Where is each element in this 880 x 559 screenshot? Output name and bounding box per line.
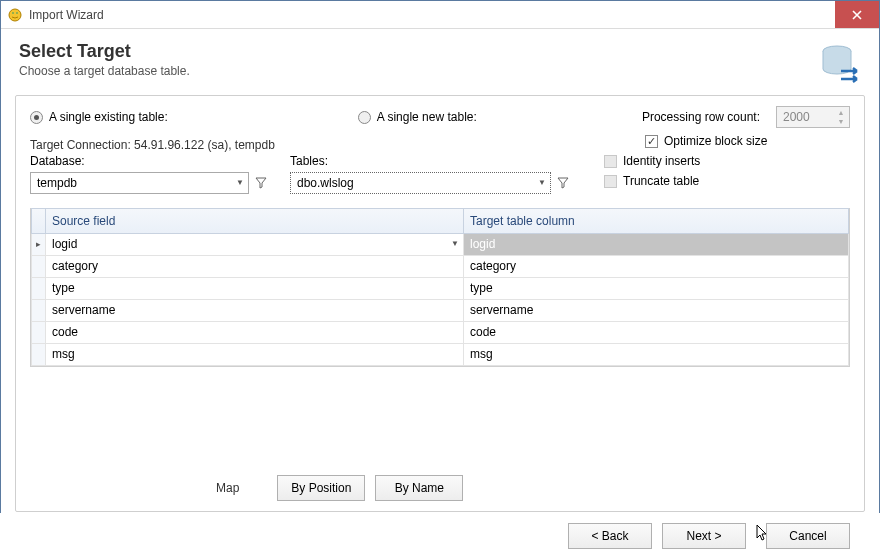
checkbox-icon: [604, 175, 617, 188]
database-combo[interactable]: [30, 172, 249, 194]
table-row[interactable]: categorycategory: [31, 256, 849, 278]
spin-down-icon[interactable]: ▼: [834, 117, 848, 126]
map-label: Map: [216, 481, 239, 495]
radio-icon: [30, 111, 43, 124]
radio-new-label: A single new table:: [377, 110, 477, 124]
filter-icon[interactable]: [252, 172, 270, 194]
table-row[interactable]: logid▼logid: [31, 234, 849, 256]
tables-combo[interactable]: [290, 172, 551, 194]
close-button[interactable]: [835, 1, 879, 28]
row-indicator: [32, 322, 46, 343]
target-column-cell[interactable]: servername: [464, 300, 848, 321]
wizard-header: Select Target Choose a target database t…: [1, 29, 879, 95]
filter-icon[interactable]: [554, 172, 572, 194]
processing-row-count-input[interactable]: 2000 ▲▼: [776, 106, 850, 128]
checkbox-icon: [645, 135, 658, 148]
svg-point-1: [12, 12, 14, 14]
source-field-cell[interactable]: servername: [46, 300, 464, 321]
row-indicator: [32, 344, 46, 365]
source-field-cell[interactable]: code: [46, 322, 464, 343]
target-column-cell[interactable]: msg: [464, 344, 848, 365]
radio-icon: [358, 111, 371, 124]
back-button[interactable]: < Back: [568, 523, 652, 549]
titlebar: Import Wizard: [1, 1, 879, 29]
options-panel: A single existing table: A single new ta…: [15, 95, 865, 512]
radio-new-table[interactable]: A single new table:: [358, 110, 477, 124]
truncate-table-label: Truncate table: [623, 174, 699, 188]
grid-header-target[interactable]: Target table column: [464, 209, 848, 233]
tables-label: Tables:: [290, 154, 572, 168]
app-icon: [7, 7, 23, 23]
page-title: Select Target: [19, 41, 817, 62]
database-label: Database:: [30, 154, 270, 168]
row-indicator: [32, 256, 46, 277]
table-row[interactable]: msgmsg: [31, 344, 849, 366]
target-column-cell[interactable]: type: [464, 278, 848, 299]
svg-point-2: [16, 12, 18, 14]
optimize-block-size-checkbox[interactable]: Optimize block size: [645, 134, 850, 148]
checkbox-icon: [604, 155, 617, 168]
source-field-cell[interactable]: logid▼: [46, 234, 464, 255]
cancel-button[interactable]: Cancel: [766, 523, 850, 549]
map-controls: Map By Position By Name: [16, 475, 864, 501]
window-title: Import Wizard: [29, 8, 104, 22]
chevron-down-icon[interactable]: ▼: [451, 239, 459, 248]
grid-header: Source field Target table column: [31, 208, 849, 234]
source-field-cell[interactable]: type: [46, 278, 464, 299]
processing-row-count-value: 2000: [783, 110, 810, 124]
by-name-button[interactable]: By Name: [375, 475, 463, 501]
row-indicator: [32, 300, 46, 321]
grid-header-source[interactable]: Source field: [46, 209, 464, 233]
optimize-label: Optimize block size: [664, 134, 767, 148]
target-column-cell[interactable]: logid: [464, 234, 848, 255]
svg-point-0: [9, 9, 21, 21]
identity-inserts-label: Identity inserts: [623, 154, 700, 168]
source-field-cell[interactable]: msg: [46, 344, 464, 365]
database-icon: [817, 41, 861, 85]
by-position-button[interactable]: By Position: [277, 475, 365, 501]
spin-up-icon[interactable]: ▲: [834, 108, 848, 117]
target-column-cell[interactable]: category: [464, 256, 848, 277]
mapping-grid: Source field Target table column logid▼l…: [30, 208, 850, 367]
next-button[interactable]: Next >: [662, 523, 746, 549]
row-indicator: [32, 278, 46, 299]
source-field-cell[interactable]: category: [46, 256, 464, 277]
radio-existing-label: A single existing table:: [49, 110, 168, 124]
table-row[interactable]: servernameservername: [31, 300, 849, 322]
truncate-table-checkbox[interactable]: Truncate table: [604, 174, 700, 188]
target-column-cell[interactable]: code: [464, 322, 848, 343]
wizard-footer: < Back Next > Cancel: [0, 513, 880, 559]
table-row[interactable]: typetype: [31, 278, 849, 300]
radio-existing-table[interactable]: A single existing table:: [30, 110, 168, 124]
table-row[interactable]: codecode: [31, 322, 849, 344]
identity-inserts-checkbox[interactable]: Identity inserts: [604, 154, 700, 168]
row-indicator: [32, 234, 46, 255]
processing-row-count-label: Processing row count:: [642, 110, 760, 124]
grid-row-indicator-header: [32, 209, 46, 233]
page-subtitle: Choose a target database table.: [19, 64, 817, 78]
